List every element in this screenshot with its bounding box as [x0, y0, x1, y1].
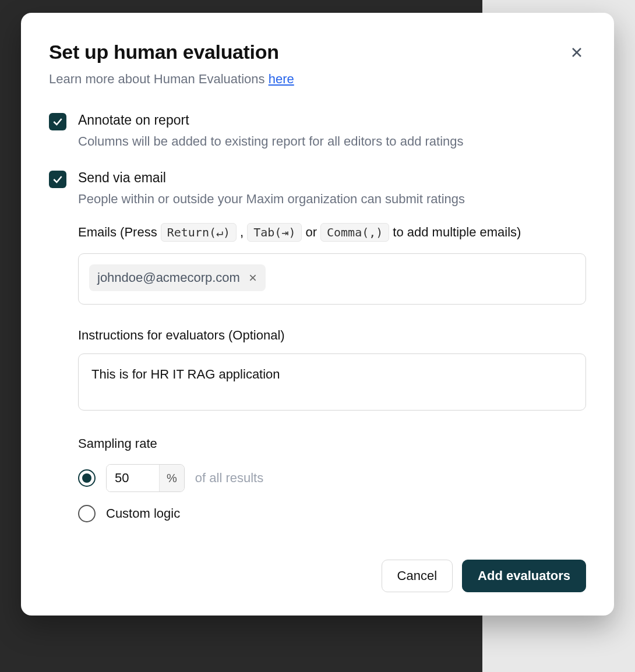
sampling-title: Sampling rate [78, 436, 586, 451]
percent-radio[interactable] [78, 469, 96, 487]
sampling-section: Sampling rate % of all results Custom lo… [78, 436, 586, 522]
percent-input-wrap: % [106, 464, 185, 492]
emails-sep1: , [240, 225, 244, 240]
emails-section: Emails (Press Return(↵) , Tab(⇥) or Comm… [78, 223, 586, 305]
custom-label: Custom logic [106, 506, 180, 521]
emails-label-prefix: Emails (Press [78, 225, 157, 240]
kbd-comma: Comma(,) [320, 223, 389, 242]
percent-desc: of all results [195, 471, 263, 486]
learn-more-link[interactable]: here [269, 72, 294, 86]
emails-label-suffix: to add multiple emails) [393, 225, 521, 240]
x-icon [248, 273, 257, 282]
sampling-option-custom: Custom logic [78, 505, 586, 522]
modal-subtitle: Learn more about Human Evaluations here [49, 72, 294, 87]
kbd-return: Return(↵) [161, 223, 237, 242]
modal-title-block: Set up human evaluation Learn more about… [49, 41, 294, 87]
close-button[interactable] [567, 43, 586, 63]
radio-dot [82, 473, 91, 483]
sampling-option-percent: % of all results [78, 464, 586, 492]
annotate-title: Annotate on report [78, 112, 586, 128]
option-email: Send via email People within or outside … [49, 170, 586, 207]
instructions-label: Instructions for evaluators (Optional) [78, 328, 586, 343]
check-icon [52, 174, 63, 185]
email-checkbox[interactable] [49, 171, 66, 188]
instructions-section: Instructions for evaluators (Optional) [78, 328, 586, 413]
kbd-tab: Tab(⇥) [247, 223, 302, 242]
cancel-button[interactable]: Cancel [382, 560, 453, 592]
annotate-desc: Columns will be added to existing report… [78, 134, 586, 149]
emails-label: Emails (Press Return(↵) , Tab(⇥) or Comm… [78, 223, 586, 242]
human-eval-modal: Set up human evaluation Learn more about… [21, 13, 614, 616]
email-chip-text: johndoe@acmecorp.com [97, 270, 240, 285]
annotate-checkbox[interactable] [49, 113, 66, 130]
percent-suffix: % [159, 465, 184, 491]
instructions-input[interactable] [78, 353, 586, 411]
option-annotate: Annotate on report Columns will be added… [49, 112, 586, 149]
modal-header: Set up human evaluation Learn more about… [49, 41, 586, 87]
emails-input[interactable]: johndoe@acmecorp.com [78, 253, 586, 305]
check-icon [52, 116, 63, 128]
add-evaluators-button[interactable]: Add evaluators [462, 560, 586, 592]
options-list: Annotate on report Columns will be added… [49, 112, 586, 522]
modal-title: Set up human evaluation [49, 41, 294, 63]
annotate-text: Annotate on report Columns will be added… [78, 112, 586, 149]
subtitle-text: Learn more about Human Evaluations [49, 72, 269, 86]
custom-radio[interactable] [78, 505, 96, 522]
remove-email-button[interactable] [248, 273, 257, 282]
email-chip: johndoe@acmecorp.com [89, 264, 266, 291]
email-title: Send via email [78, 170, 586, 186]
email-text: Send via email People within or outside … [78, 170, 586, 207]
emails-sep2: or [305, 225, 317, 240]
close-icon [570, 45, 584, 59]
percent-input[interactable] [107, 465, 159, 491]
email-desc: People within or outside your Maxim orga… [78, 192, 586, 207]
modal-footer: Cancel Add evaluators [49, 560, 586, 592]
